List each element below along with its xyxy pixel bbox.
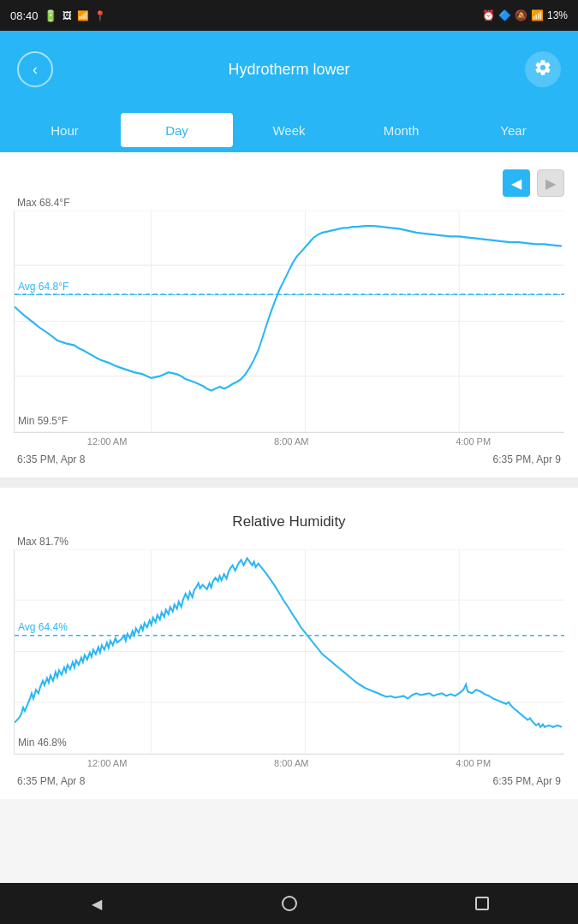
humidity-date-range: 6:35 PM, Apr 8 6:35 PM, Apr 9 — [14, 772, 564, 791]
back-icon: ‹ — [33, 61, 38, 79]
temp-max-label: Max 68.4°F — [17, 197, 564, 209]
settings-icon — [533, 58, 552, 81]
alarm-icon: ⏰ — [482, 9, 495, 21]
header-title: Hydrotherm lower — [228, 61, 349, 79]
humidity-chart-canvas: Avg 64.4% Min 46.8% — [14, 549, 564, 755]
time-display: 08:40 — [10, 9, 39, 22]
humidity-xlabel-1: 8:00 AM — [274, 758, 308, 768]
main-content: ‹ Hydrotherm lower Hour Day Week Month Y… — [0, 31, 578, 883]
bottom-spacer — [0, 799, 578, 816]
status-left: 08:40 🔋 🖼 📶 📍 — [10, 9, 106, 22]
tab-week[interactable]: Week — [233, 113, 345, 147]
nav-back-button[interactable]: ◀ — [78, 885, 116, 922]
back-button[interactable]: ‹ — [17, 51, 53, 87]
photo-icon: 🖼 — [63, 10, 72, 21]
humidity-xlabel-2: 4:00 PM — [456, 758, 491, 768]
battery-icon: 🔋 — [44, 9, 57, 22]
next-icon: ▶ — [545, 175, 556, 192]
nav-home-button[interactable] — [271, 885, 308, 922]
tab-week-label: Week — [272, 123, 305, 138]
wifi-icon: 📶 — [77, 10, 89, 21]
temp-date-end: 6:35 PM, Apr 9 — [493, 453, 561, 465]
status-bar: 08:40 🔋 🖼 📶 📍 ⏰ 🔷 🔕 📶 13% — [0, 0, 578, 31]
humidity-x-axis: 12:00 AM 8:00 AM 4:00 PM — [14, 755, 564, 772]
humidity-date-end: 6:35 PM, Apr 9 — [493, 775, 561, 787]
signal-icon: 📶 — [531, 9, 544, 21]
tab-bar: Hour Day Week Month Year — [0, 108, 578, 152]
pagination-area: ◀ ▶ — [0, 166, 578, 197]
nav-bar: ◀ — [0, 883, 578, 924]
nav-home-icon — [282, 896, 297, 911]
temp-xlabel-0: 12:00 AM — [87, 436, 127, 447]
temperature-chart-wrapper: Max 68.4°F Avg 64.8°F Min 59.5°F — [0, 197, 578, 469]
mute-icon: 🔕 — [515, 9, 527, 21]
chart-divider — [0, 477, 578, 488]
bluetooth-icon: 🔷 — [498, 9, 511, 21]
location-icon: 📍 — [94, 10, 106, 21]
humidity-avg-line-svg — [15, 549, 564, 754]
prev-page-button[interactable]: ◀ — [503, 169, 530, 197]
temp-date-start: 6:35 PM, Apr 8 — [17, 453, 85, 465]
nav-recent-icon — [475, 897, 489, 910]
tab-hour[interactable]: Hour — [9, 113, 121, 147]
avg-line-svg — [15, 210, 564, 432]
tab-month[interactable]: Month — [345, 113, 457, 147]
app-header: ‹ Hydrotherm lower — [0, 31, 578, 108]
temp-x-axis: 12:00 AM 8:00 AM 4:00 PM — [14, 433, 564, 450]
humidity-max-label: Max 81.7% — [17, 536, 564, 548]
tab-year-label: Year — [500, 123, 526, 138]
battery-percent: 13% — [547, 9, 568, 21]
temp-xlabel-2: 4:00 PM — [456, 436, 491, 447]
tab-hour-label: Hour — [51, 123, 79, 138]
tab-month-label: Month — [384, 123, 420, 138]
status-right: ⏰ 🔷 🔕 📶 13% — [482, 9, 568, 21]
nav-back-icon: ◀ — [92, 896, 102, 912]
content-area: ◀ ▶ Max 68.4°F Avg 64.8°F Min 59.5°F — [0, 152, 578, 883]
nav-recent-button[interactable] — [463, 885, 501, 922]
temperature-chart-section: ◀ ▶ Max 68.4°F Avg 64.8°F Min 59.5°F — [0, 152, 578, 477]
temp-date-range: 6:35 PM, Apr 8 6:35 PM, Apr 9 — [14, 450, 564, 469]
temperature-chart-canvas: Avg 64.8°F Min 59.5°F — [14, 210, 564, 433]
tab-year[interactable]: Year — [457, 113, 569, 147]
prev-icon: ◀ — [511, 175, 521, 192]
settings-button[interactable] — [525, 51, 561, 87]
humidity-chart-section: Relative Humidity Max 81.7% Avg 64.4% Mi… — [0, 488, 578, 799]
humidity-xlabel-0: 12:00 AM — [87, 758, 127, 768]
temp-xlabel-1: 8:00 AM — [274, 436, 308, 447]
humidity-chart-title: Relative Humidity — [0, 501, 578, 536]
next-page-button[interactable]: ▶ — [537, 169, 564, 197]
humidity-chart-wrapper: Max 81.7% Avg 64.4% Min 46.8% — [0, 536, 578, 791]
tab-day[interactable]: Day — [121, 113, 233, 147]
humidity-date-start: 6:35 PM, Apr 8 — [17, 775, 85, 787]
tab-day-label: Day — [165, 123, 188, 138]
